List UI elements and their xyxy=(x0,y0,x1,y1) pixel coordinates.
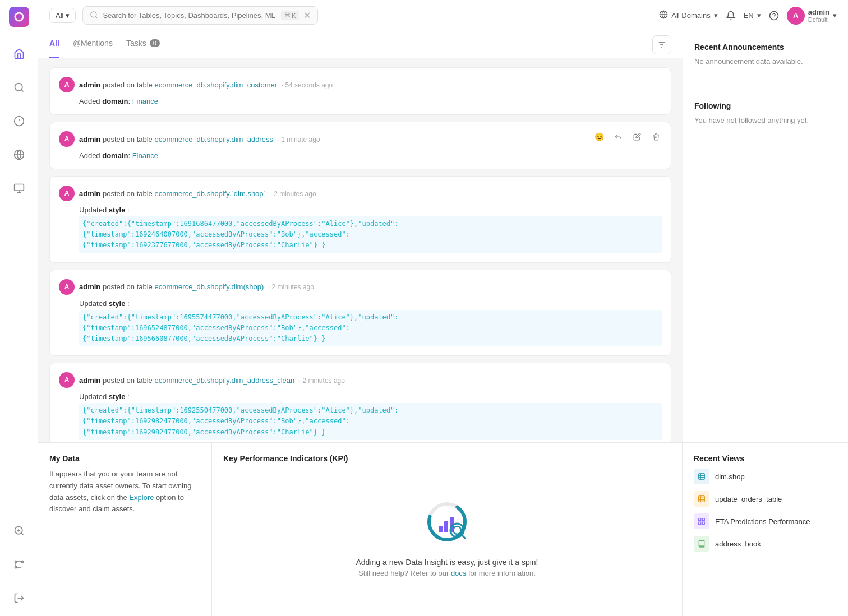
dashboard-icon xyxy=(694,513,709,529)
sidebar-item-pipelines[interactable] xyxy=(8,553,30,576)
globe-icon xyxy=(659,10,668,21)
feed-filter-button[interactable] xyxy=(652,35,671,54)
feed-table-link[interactable]: ecommerce_db.shopify.dim_address xyxy=(154,135,273,143)
svg-point-2 xyxy=(15,84,22,91)
global-search-bar[interactable]: ⌘ K ✕ xyxy=(82,6,318,25)
app-logo[interactable] xyxy=(9,7,29,27)
emoji-react-button[interactable]: 😊 xyxy=(591,129,607,145)
edit-button[interactable] xyxy=(629,129,645,145)
svg-point-37 xyxy=(453,526,461,534)
feed-list: A admin posted on table ecommerce_db.sho… xyxy=(38,58,683,442)
user-avatar: A xyxy=(787,7,805,25)
feed-table-link[interactable]: ecommerce_db.shopify.dim_address_clean xyxy=(154,376,294,385)
avatar: A xyxy=(59,279,75,295)
search-input[interactable] xyxy=(103,11,276,20)
feed-user: admin xyxy=(79,81,100,89)
notifications-button[interactable] xyxy=(726,11,736,21)
feed-code-block: {"created":{"timestamp":1695574477000,"a… xyxy=(79,310,662,347)
kpi-cta-text: Adding a new Data Insight is easy, just … xyxy=(356,558,538,567)
sidebar-item-governance[interactable] xyxy=(8,143,30,166)
svg-point-15 xyxy=(15,561,16,562)
avatar: A xyxy=(59,372,75,388)
svg-point-1 xyxy=(16,14,22,20)
recent-view-label: address_book xyxy=(715,540,761,548)
svg-rect-34 xyxy=(444,521,448,532)
pipeline-icon xyxy=(694,491,709,507)
recent-views-title: Recent Views xyxy=(694,454,837,463)
all-filter-chevron: ▾ xyxy=(66,11,70,20)
feed-table-link[interactable]: ecommerce_db.shopify.`dim.shop` xyxy=(154,189,265,198)
list-item[interactable]: dim.shop xyxy=(694,469,837,484)
announcements-title: Recent Announcements xyxy=(683,31,848,57)
sidebar xyxy=(0,0,38,616)
explore-link[interactable]: Explore xyxy=(129,493,154,502)
right-panel: Recent Announcements No announcement dat… xyxy=(683,31,848,442)
tab-all[interactable]: All xyxy=(49,31,59,58)
tasks-badge: 0 xyxy=(150,39,160,47)
svg-point-22 xyxy=(91,11,96,17)
svg-point-17 xyxy=(15,566,16,568)
language-selector[interactable]: EN ▾ xyxy=(744,11,761,20)
feed-table-link[interactable]: ecommerce_db.shopify.dim_customer xyxy=(154,81,277,89)
svg-line-3 xyxy=(21,90,23,92)
feed-item-body: Added domain: Finance xyxy=(79,97,662,105)
delete-button[interactable] xyxy=(648,129,664,145)
recent-view-label: ETA Predictions Performance xyxy=(715,517,810,526)
feed-item-meta: admin posted on table ecommerce_db.shopi… xyxy=(79,282,314,291)
recent-view-label: dim.shop xyxy=(715,473,745,481)
sidebar-item-explore[interactable] xyxy=(8,76,30,99)
avatar: A xyxy=(59,186,75,201)
tab-mentions[interactable]: @Mentions xyxy=(73,31,113,58)
svg-line-38 xyxy=(462,535,465,538)
feed-user: admin xyxy=(79,376,100,385)
search-shortcut: ⌘ K xyxy=(281,11,299,20)
feed-item-meta: admin posted on table ecommerce_db.shopi… xyxy=(79,135,320,143)
docs-link[interactable]: docs xyxy=(451,569,466,577)
feed-user: admin xyxy=(79,135,100,143)
tab-tasks[interactable]: Tasks 0 xyxy=(126,31,160,58)
sidebar-item-quality[interactable] xyxy=(8,520,30,542)
feed-user: admin xyxy=(79,282,100,291)
feed-item: A admin posted on table ecommerce_db.sho… xyxy=(49,176,671,263)
all-filter-label: All xyxy=(56,11,63,20)
feed-item-meta: admin posted on table ecommerce_db.shopi… xyxy=(79,81,333,89)
feed-item-body: Added domain: Finance xyxy=(79,151,662,160)
user-menu[interactable]: A admin Default ▾ xyxy=(787,7,837,25)
svg-rect-43 xyxy=(699,496,705,502)
sidebar-item-logout[interactable] xyxy=(8,587,30,609)
feed-item: A admin posted on table ecommerce_db.sho… xyxy=(49,363,671,442)
top-bar-right: All Domains ▾ EN ▾ A xyxy=(659,7,837,25)
svg-rect-48 xyxy=(702,518,704,521)
svg-rect-47 xyxy=(699,518,701,521)
search-close-icon: ✕ xyxy=(303,10,311,21)
recent-views-list: dim.shop update_orders_table xyxy=(694,469,837,552)
user-role: Default xyxy=(808,16,829,23)
kpi-icon xyxy=(422,497,472,549)
feed-item-body: Updated style : {"created":{"timestamp":… xyxy=(79,299,662,347)
feed-domain-value: Finance xyxy=(132,97,158,105)
sidebar-item-home[interactable] xyxy=(8,43,30,65)
sidebar-item-insights[interactable] xyxy=(8,110,30,132)
kpi-content: Adding a new Data Insight is easy, just … xyxy=(356,469,538,605)
book-icon xyxy=(694,536,709,552)
list-item[interactable]: update_orders_table xyxy=(694,491,837,507)
feed-code-block: {"created":{"timestamp":1692550477000,"a… xyxy=(79,403,662,440)
list-item[interactable]: address_book xyxy=(694,536,837,552)
user-chevron-icon: ▾ xyxy=(833,11,837,20)
avatar: A xyxy=(59,77,75,92)
list-item[interactable]: ETA Predictions Performance xyxy=(694,513,837,529)
sidebar-item-settings[interactable] xyxy=(8,177,30,200)
domain-selector[interactable]: All Domains ▾ xyxy=(659,10,717,21)
svg-point-16 xyxy=(21,561,23,562)
feed-table-link[interactable]: ecommerce_db.shopify.dim(shop) xyxy=(154,282,264,291)
top-bar: All ▾ ⌘ K ✕ All Domains xyxy=(38,0,848,31)
kpi-cta-subtext: Still need help? Refer to our docs for m… xyxy=(358,569,536,577)
feed-time: · 2 minutes ago xyxy=(299,377,345,385)
kpi-section: Key Performance Indicators (KPI) xyxy=(212,443,683,616)
feed-time: · 1 minute ago xyxy=(278,136,320,143)
reply-button[interactable] xyxy=(610,129,626,145)
following-body: You have not followed anything yet. xyxy=(683,116,848,136)
all-filter-selector[interactable]: All ▾ xyxy=(49,8,76,23)
help-button[interactable] xyxy=(769,11,779,21)
my-data-description: It appears that you or your team are not… xyxy=(49,469,200,515)
